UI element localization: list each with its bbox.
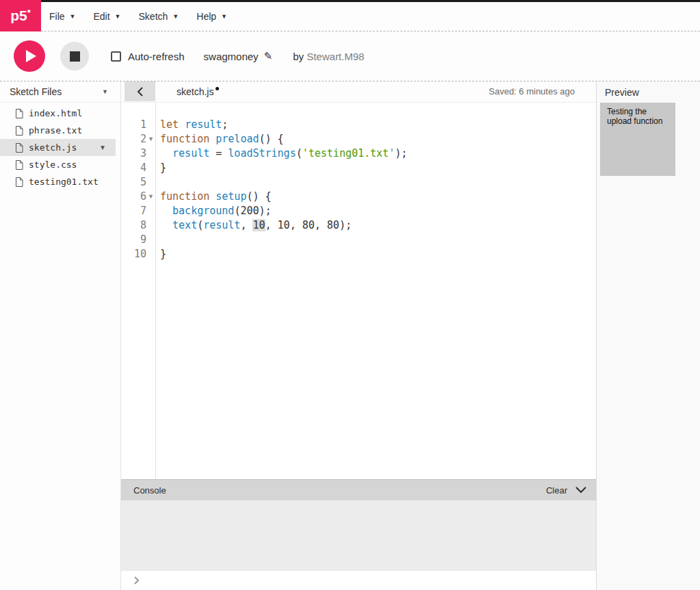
- console-clear-button[interactable]: Clear: [546, 485, 567, 496]
- menu-help-label: Help: [196, 11, 216, 22]
- byline: by Stewart.M98: [293, 51, 364, 62]
- code-line[interactable]: [160, 175, 596, 190]
- file-name: phrase.txt: [29, 125, 82, 136]
- file-list: index.htmlphrase.txtsketch.js▼style.csst…: [0, 103, 120, 190]
- document-icon: [15, 143, 23, 153]
- file-name: style.css: [29, 159, 77, 170]
- menu-file-label: File: [49, 11, 65, 22]
- code-line[interactable]: function preload() {: [160, 132, 596, 146]
- line-number: 8: [121, 218, 155, 233]
- console-prompt-icon: [133, 576, 140, 585]
- chevron-left-icon: [136, 86, 144, 97]
- menu-sketch[interactable]: Sketch ▼: [139, 11, 179, 22]
- file-name: sketch.js: [29, 142, 77, 153]
- edit-name-pencil-icon[interactable]: ✎: [264, 50, 273, 62]
- sketch-files-header[interactable]: Sketch Files ▼: [0, 81, 120, 103]
- chevron-down-icon: ▼: [221, 13, 227, 20]
- saved-status: Saved: 6 minutes ago: [489, 86, 575, 97]
- chevron-down-icon: ▼: [70, 13, 76, 20]
- sidebar: Sketch Files ▼ index.htmlphrase.txtsketc…: [0, 81, 120, 590]
- auto-refresh-checkbox[interactable]: [111, 51, 121, 62]
- tab-bar: sketch.js Saved: 6 minutes ago: [121, 81, 596, 103]
- code-line[interactable]: background(200);: [160, 204, 596, 218]
- line-number-gutter: 12▼3456▼78910: [121, 103, 156, 479]
- line-number: 7: [121, 204, 155, 218]
- document-icon: [15, 177, 23, 187]
- file-item-sketch.js[interactable]: sketch.js▼: [0, 139, 116, 156]
- menu-help[interactable]: Help ▼: [196, 11, 227, 22]
- line-number: 9: [121, 233, 155, 247]
- sketch-canvas: Testing the upload function: [600, 103, 675, 176]
- code-line[interactable]: let result;: [160, 118, 596, 132]
- file-name: testing01.txt: [29, 177, 99, 187]
- document-icon: [15, 160, 23, 170]
- play-icon: [26, 50, 36, 62]
- menu-edit[interactable]: Edit ▼: [93, 11, 120, 22]
- chevron-down-icon: ▼: [102, 88, 108, 95]
- preview-panel: Preview Testing the upload function: [596, 81, 700, 590]
- file-item-testing01.txt[interactable]: testing01.txt: [0, 173, 120, 190]
- main-area: Sketch Files ▼ index.htmlphrase.txtsketc…: [0, 81, 700, 590]
- code-editor[interactable]: 12▼3456▼78910 let result;function preloa…: [121, 103, 596, 479]
- code-line[interactable]: function setup() {: [160, 190, 596, 204]
- line-number: 5: [121, 175, 155, 190]
- stop-button[interactable]: [60, 42, 89, 70]
- document-icon: [15, 109, 23, 118]
- tab-sketch-js[interactable]: sketch.js: [177, 86, 219, 97]
- console-title: Console: [133, 485, 166, 496]
- tab-label: sketch.js: [177, 86, 213, 97]
- unsaved-dot-icon: [216, 87, 219, 90]
- console-header: Console Clear: [121, 479, 596, 501]
- document-icon: [15, 126, 23, 136]
- file-options-arrow-icon[interactable]: ▼: [99, 144, 106, 151]
- menu-file[interactable]: File ▼: [49, 11, 75, 22]
- code-line[interactable]: result = loadStrings('testing01.txt');: [160, 146, 596, 161]
- chevron-down-icon: ▼: [115, 13, 121, 20]
- line-number: 10: [121, 247, 155, 261]
- fold-arrow-icon[interactable]: ▼: [146, 132, 155, 146]
- project-name: swagmoney: [204, 51, 259, 62]
- sketch-files-title: Sketch Files: [10, 86, 62, 97]
- toolbar: Auto-refresh swagmoney ✎ by Stewart.M98: [0, 31, 700, 81]
- by-label: by: [293, 51, 304, 62]
- file-name: index.html: [29, 108, 82, 118]
- code-line[interactable]: }: [160, 247, 596, 261]
- stop-icon: [70, 51, 80, 62]
- preview-title: Preview: [597, 81, 700, 103]
- menu-edit-label: Edit: [93, 11, 109, 22]
- owner-name: Stewart.M98: [307, 51, 364, 62]
- fold-arrow-icon[interactable]: ▼: [146, 190, 155, 204]
- console-collapse-chevron-icon[interactable]: [575, 487, 586, 493]
- code-content[interactable]: let result;function preload() { result =…: [156, 103, 596, 479]
- editor-column: sketch.js Saved: 6 minutes ago 12▼3456▼7…: [120, 81, 596, 590]
- code-line[interactable]: text(result, 10, 10, 80, 80);: [160, 218, 596, 233]
- chevron-down-icon: ▼: [172, 13, 179, 20]
- play-button[interactable]: [14, 40, 45, 72]
- auto-refresh-label[interactable]: Auto-refresh: [128, 51, 185, 62]
- nav-bar: p5* File ▼ Edit ▼ Sketch ▼ Help ▼: [0, 2, 700, 31]
- console-input[interactable]: [121, 571, 596, 590]
- line-number: 6▼: [121, 190, 155, 204]
- file-item-phrase.txt[interactable]: phrase.txt: [0, 122, 120, 139]
- collapse-sidebar-button[interactable]: [125, 81, 155, 101]
- file-item-style.css[interactable]: style.css: [0, 156, 120, 173]
- line-number: 3: [121, 146, 155, 161]
- logo-text: p5: [10, 8, 27, 24]
- line-number: 1: [121, 118, 155, 132]
- file-item-index.html[interactable]: index.html: [0, 105, 120, 122]
- code-line[interactable]: [160, 233, 596, 247]
- menu-sketch-label: Sketch: [139, 11, 168, 22]
- code-line[interactable]: }: [160, 161, 596, 175]
- line-number: 2▼: [121, 132, 155, 146]
- nav-menus: File ▼ Edit ▼ Sketch ▼ Help ▼: [49, 11, 227, 22]
- console-output: [121, 500, 596, 571]
- line-number: 4: [121, 161, 155, 175]
- p5-logo[interactable]: p5*: [0, 0, 41, 31]
